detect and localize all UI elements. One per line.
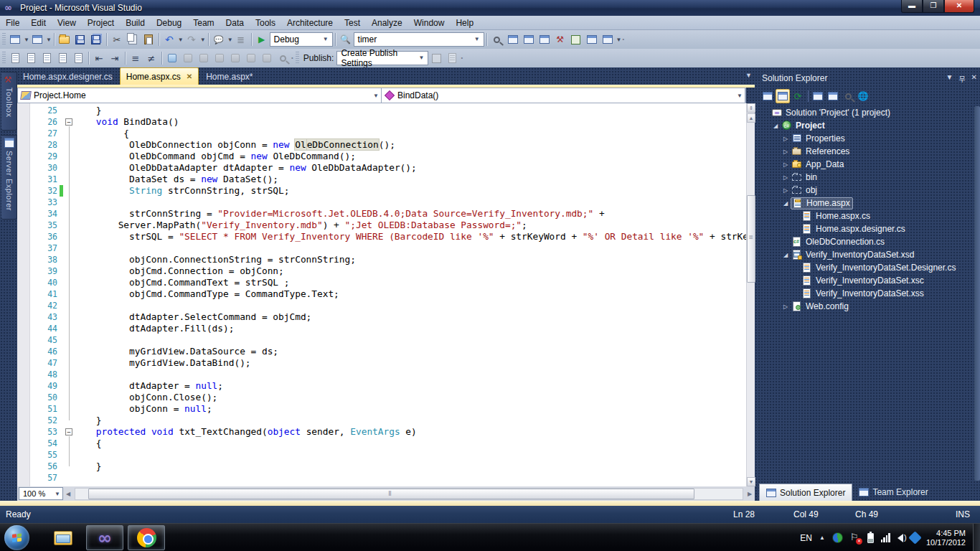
menu-item-build[interactable]: Build [120, 17, 151, 29]
code-line[interactable]: 45 [17, 334, 746, 346]
aspnet-configuration-icon[interactable]: 🌐 [856, 89, 870, 103]
clock[interactable]: 4:45 PM 10/17/2012 [926, 529, 966, 547]
tree-item-oledbconnection-cs[interactable]: c#OleDbConnection.cs [759, 235, 974, 248]
method-dropdown[interactable]: BindData() ▼ [382, 88, 745, 103]
search-combo[interactable]: timer▼ [354, 32, 484, 47]
toolbar-overflow-icon[interactable]: ⹀ [291, 55, 293, 62]
code-line[interactable]: 28 OleDbConnection objConn = new OleDbCo… [17, 139, 746, 151]
tree-item-solution-project-1-project[interactable]: ∞Solution 'Project' (1 project) [759, 106, 974, 119]
publish-dropdown[interactable]: Create Publish Settings▼ [336, 51, 428, 65]
document-tab-home-aspx-designer-cs[interactable]: Home.aspx.designer.cs [17, 69, 118, 85]
view-code-icon[interactable] [811, 89, 825, 103]
horizontal-scroll-thumb[interactable] [88, 489, 694, 499]
navigate-to-icon[interactable] [489, 32, 505, 47]
add-item-icon[interactable] [29, 32, 45, 47]
code-line[interactable]: 29 OleDbCommand objCmd = new OleDbComman… [17, 151, 746, 162]
menu-item-test[interactable]: Test [339, 17, 366, 29]
code-line[interactable]: 48 [17, 369, 746, 380]
close-tab-icon[interactable]: ✕ [187, 72, 192, 80]
code-line[interactable]: 31 DataSet ds = new DataSet(); [17, 174, 746, 185]
class-dropdown[interactable]: Project.Home ▼ [18, 88, 382, 103]
properties-window-icon[interactable] [505, 32, 521, 47]
code-line[interactable]: 42 [17, 300, 746, 311]
immediate-window-icon[interactable] [568, 32, 584, 47]
window-position-icon[interactable]: ▼ [946, 73, 953, 84]
solution-tree-scrollbar[interactable] [974, 106, 980, 481]
code-line[interactable]: 26− void BindData() [17, 116, 746, 128]
expanded-arrow-icon[interactable]: ◢ [782, 200, 789, 207]
prev-bookmark-icon[interactable] [180, 50, 196, 66]
open-file-icon[interactable] [57, 32, 72, 47]
view-class-diagram-icon[interactable] [841, 89, 855, 103]
start-page-icon[interactable] [584, 32, 600, 47]
toolbar-grip[interactable] [2, 52, 6, 65]
code-line[interactable]: 25 } [17, 105, 746, 116]
show-all-files-icon[interactable] [776, 89, 790, 103]
undo-icon[interactable]: ↶ [161, 32, 177, 47]
action-center-flag-icon[interactable] [850, 533, 860, 543]
code-line[interactable]: 44 dtAdapter.Fill(ds); [17, 323, 746, 334]
menu-item-analyze[interactable]: Analyze [366, 17, 408, 29]
quick-info-icon[interactable] [39, 50, 55, 66]
code-line[interactable]: 39 objCmd.Connection = objConn; [17, 265, 746, 277]
tree-item-verify-inventorydataset-designer-cs[interactable]: Verify_InventoryDataSet.Designer.cs [759, 261, 974, 274]
menu-item-view[interactable]: View [52, 17, 82, 29]
document-tab-home-aspx-cs[interactable]: Home.aspx.cs✕ [120, 67, 199, 85]
close-icon[interactable]: ✕ [971, 73, 977, 84]
next-bookmark-icon[interactable] [196, 50, 212, 66]
menu-item-project[interactable]: Project [82, 17, 120, 29]
show-desktop-button[interactable] [973, 524, 980, 551]
tree-item-home-aspx[interactable]: ◢Home.aspx [759, 197, 974, 209]
redo-icon[interactable]: ↷ [184, 32, 199, 47]
fold-collapse-icon[interactable]: − [65, 118, 72, 126]
explorer-taskbar-button[interactable] [44, 525, 82, 550]
network-signal-icon[interactable] [881, 533, 890, 542]
word-completion-icon[interactable] [55, 50, 70, 66]
dropbox-icon[interactable] [908, 531, 921, 544]
menu-item-data[interactable]: Data [220, 17, 250, 29]
collapsed-arrow-icon[interactable]: ▷ [782, 303, 789, 310]
code-line[interactable]: 53− protected void txt_TextChanged(objec… [17, 426, 746, 438]
toolbox-icon[interactable]: ⚒ [552, 32, 568, 47]
tree-item-project[interactable]: ◢c#Project [759, 119, 974, 132]
scroll-right-icon[interactable]: ▶ [745, 488, 755, 500]
uncomment-icon[interactable]: ≠ [143, 50, 159, 66]
collapsed-arrow-icon[interactable]: ▷ [782, 174, 789, 181]
parameter-info-icon[interactable] [23, 50, 39, 66]
next-bookmark-folder-icon[interactable] [227, 50, 243, 66]
code-line[interactable]: 49 dtAdapter = null; [17, 380, 746, 392]
code-line[interactable]: 56 } [17, 461, 746, 472]
save-all-icon[interactable] [88, 32, 104, 47]
paste-icon[interactable] [141, 32, 156, 47]
copy-icon[interactable] [125, 32, 141, 47]
code-line[interactable]: 30 OleDbDataAdapter dtAdapter = new OleD… [17, 162, 746, 174]
document-tab-home-aspx[interactable]: Home.aspx* [200, 69, 258, 85]
solution-explorer-icon[interactable] [521, 32, 537, 47]
debug-configuration-dropdown[interactable]: Debug▼ [270, 32, 333, 47]
expanded-arrow-icon[interactable]: ◢ [772, 123, 779, 129]
menu-item-file[interactable]: File [0, 17, 25, 29]
start-debug-icon[interactable]: ▶ [254, 32, 270, 47]
code-line[interactable]: 50 objConn.Close(); [17, 392, 746, 403]
tree-item-web-config[interactable]: ▷Web.config [759, 300, 974, 313]
tree-item-verify-inventorydataset-xsc[interactable]: Verify_InventoryDataSet.xsc [759, 274, 974, 287]
comment-icon[interactable]: ≡ [128, 50, 143, 66]
navigate-icon[interactable]: 💬 [211, 32, 227, 47]
fold-collapse-icon[interactable]: − [65, 428, 72, 435]
tree-item-verify-inventorydataset-xss[interactable]: Verify_InventoryDataSet.xss [759, 287, 974, 300]
clear-bookmarks-icon[interactable] [275, 50, 291, 66]
tree-item-properties[interactable]: ▷Properties [759, 132, 974, 145]
tab-team-explorer[interactable]: Team Explorer [852, 484, 934, 501]
menu-item-window[interactable]: Window [408, 17, 451, 29]
code-line[interactable]: 55 [17, 449, 746, 461]
tab-solution-explorer[interactable]: Solution Explorer [759, 484, 852, 501]
toolbar-grip[interactable] [296, 52, 299, 65]
close-button[interactable]: ✕ [944, 0, 974, 13]
menu-item-edit[interactable]: Edit [25, 17, 52, 29]
chrome-taskbar-button[interactable] [128, 525, 165, 550]
code-line[interactable]: 52 } [17, 415, 746, 426]
menu-item-architecture[interactable]: Architecture [281, 17, 339, 29]
menu-item-debug[interactable]: Debug [151, 17, 187, 29]
tree-item-home-aspx-cs[interactable]: Home.aspx.cs [759, 209, 974, 222]
menu-item-tools[interactable]: Tools [250, 17, 281, 29]
